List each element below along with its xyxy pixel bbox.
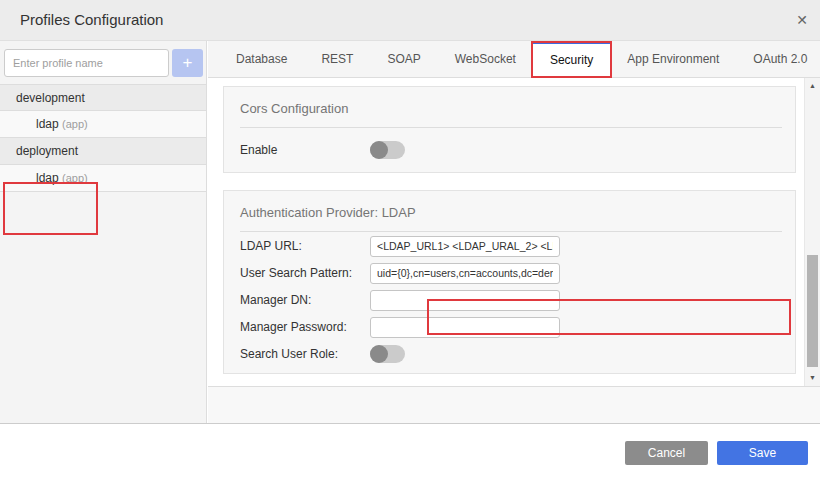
profile-search-row: + — [4, 49, 203, 77]
manager-dn-label: Manager DN: — [240, 293, 370, 307]
profiles-list: development ldap (app) deployment ldap (… — [0, 84, 206, 192]
tab-app-environment[interactable]: App Environment — [610, 41, 736, 77]
cors-configuration-section: Cors Configuration Enable — [223, 86, 796, 173]
manager-password-input[interactable] — [370, 317, 560, 338]
form-row-manager-dn: Manager DN: — [224, 287, 795, 313]
ldap-provider-section: Authentication Provider: LDAP LDAP URL: … — [223, 190, 796, 374]
ldap-url-label: LDAP URL: — [240, 239, 370, 253]
content-scrollbar[interactable]: ▲ ▼ — [804, 78, 820, 386]
profiles-sidebar: + development ldap (app) deployment ldap… — [0, 41, 207, 423]
dialog-title: Profiles Configuration — [20, 0, 163, 40]
toggle-knob — [370, 345, 388, 363]
scroll-up-icon[interactable]: ▲ — [805, 80, 820, 92]
save-button[interactable]: Save — [717, 441, 808, 465]
tab-websocket[interactable]: WebSocket — [438, 41, 533, 77]
tab-security[interactable]: Security — [533, 41, 610, 77]
tab-bar: Database REST SOAP WebSocket Security Ap… — [208, 41, 820, 78]
form-row-manager-password: Manager Password: — [224, 314, 795, 340]
manager-dn-input[interactable] — [370, 290, 560, 311]
search-user-role-label: Search User Role: — [240, 347, 370, 361]
section-title-ldap: Authentication Provider: LDAP — [224, 191, 795, 220]
form-row-user-search-pattern: User Search Pattern: — [224, 260, 795, 286]
sidebar-item-development[interactable]: development — [0, 84, 206, 111]
cors-enable-toggle[interactable] — [370, 140, 406, 160]
dialog-header: Profiles Configuration ✕ — [0, 0, 820, 41]
form-row-search-user-role: Search User Role: — [224, 341, 795, 367]
ldap-url-input[interactable] — [370, 236, 560, 257]
search-user-role-toggle[interactable] — [370, 344, 406, 364]
manager-password-label: Manager Password: — [240, 320, 370, 334]
scrollbar-thumb[interactable] — [807, 255, 818, 367]
profile-label: development — [16, 91, 85, 105]
add-profile-button[interactable]: + — [172, 49, 203, 77]
app-label: ldap — [36, 171, 59, 185]
tab-database[interactable]: Database — [219, 41, 304, 77]
profiles-configuration-dialog: Profiles Configuration ✕ + development l… — [0, 0, 820, 480]
sidebar-item-ldap-deployment[interactable]: ldap (app) — [0, 165, 206, 192]
dialog-footer: Cancel Save — [0, 423, 820, 480]
toggle-knob — [370, 141, 388, 159]
tab-security-label: Security — [550, 53, 593, 67]
close-icon[interactable]: ✕ — [796, 0, 808, 40]
section-divider — [240, 231, 782, 232]
profile-name-input[interactable] — [4, 49, 169, 77]
tab-rest[interactable]: REST — [304, 41, 370, 77]
sidebar-item-ldap-development[interactable]: ldap (app) — [0, 111, 206, 138]
form-row-enable: Enable — [224, 137, 795, 163]
user-search-pattern-input[interactable] — [370, 263, 560, 284]
tab-oauth[interactable]: OAuth 2.0 — [736, 41, 820, 77]
app-suffix: (app) — [62, 172, 88, 184]
sidebar-item-deployment[interactable]: deployment — [0, 138, 206, 165]
tab-soap[interactable]: SOAP — [370, 41, 437, 77]
cancel-button[interactable]: Cancel — [625, 441, 708, 465]
user-search-pattern-label: User Search Pattern: — [240, 266, 370, 280]
enable-label: Enable — [240, 143, 370, 157]
section-title-cors: Cors Configuration — [224, 87, 795, 116]
section-divider — [240, 127, 782, 128]
scroll-down-icon[interactable]: ▼ — [805, 372, 820, 384]
app-label: ldap — [36, 117, 59, 131]
security-tab-panel: Cors Configuration Enable Authentication… — [208, 78, 804, 386]
profile-label: deployment — [16, 144, 78, 158]
panel-bottom-strip — [208, 386, 820, 423]
form-row-ldap-url: LDAP URL: — [224, 233, 795, 259]
app-suffix: (app) — [62, 118, 88, 130]
